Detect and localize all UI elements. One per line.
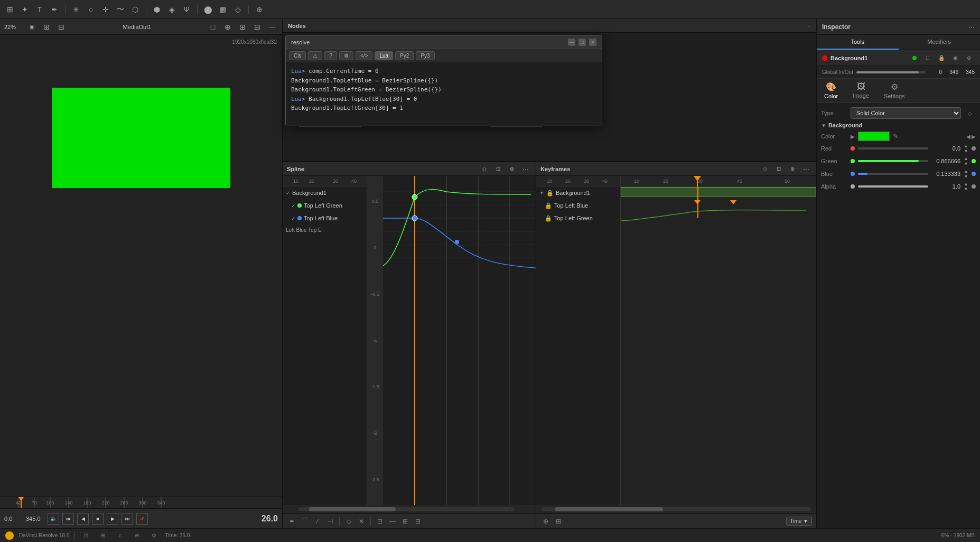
spline-tool-snap[interactable]: ⊡: [375, 516, 385, 527]
go-start-button[interactable]: ⏮: [62, 513, 74, 525]
spline-fit-icon[interactable]: ⊡: [492, 163, 504, 175]
green-down-arrow[interactable]: ▼: [964, 161, 968, 166]
wave-icon[interactable]: 〜: [115, 4, 126, 15]
time-mode-select[interactable]: Time ▼: [786, 517, 812, 526]
terminal-close-button[interactable]: ✕: [589, 39, 596, 46]
inspector-subtab-color[interactable]: 🎨 Color: [817, 79, 845, 102]
grid-icon[interactable]: ⊞: [4, 4, 16, 15]
timeline-ruler[interactable]: 40 70 100 140 180 220 260 300 340: [0, 497, 282, 508]
bg1-lock-icon[interactable]: 🔒: [546, 190, 554, 197]
node-action-2[interactable]: 🔒: [936, 52, 947, 64]
terminal-tab-lua[interactable]: Lua: [375, 51, 393, 60]
kf-timeline[interactable]: 10 20 30 40 50: [621, 176, 816, 505]
spline-more-icon[interactable]: ···: [520, 163, 531, 175]
time-start[interactable]: 0.0: [4, 516, 23, 522]
channel-red-animate[interactable]: [972, 146, 976, 151]
spline-tool-fit[interactable]: ⊟: [413, 516, 423, 527]
terminal-tab-py3[interactable]: Py3: [416, 51, 434, 60]
kf-item-top-left-blue[interactable]: 🔒 Top Left Blue: [536, 199, 620, 212]
eraser-icon[interactable]: ◈: [166, 4, 178, 15]
background-section-header[interactable]: ▼ Background: [821, 122, 976, 128]
spline-item-background1[interactable]: ✓ Background1: [283, 186, 367, 199]
global-value-out[interactable]: 346: [945, 69, 958, 75]
channel-blue-animate[interactable]: [972, 172, 976, 176]
status-icon-4[interactable]: ⊕: [131, 530, 143, 541]
stop-button[interactable]: ■: [92, 513, 104, 525]
color-prev-icon[interactable]: ◀: [966, 134, 970, 139]
spline-tool-flatten[interactable]: —: [387, 516, 398, 527]
blue-up-arrow[interactable]: ▲: [964, 169, 968, 174]
channel-alpha-animate[interactable]: [972, 184, 976, 189]
color-expand-arrow[interactable]: ▶: [851, 134, 855, 139]
spline-keyframe-icon[interactable]: ◇: [479, 163, 490, 175]
type2-icon[interactable]: Ψ: [181, 4, 192, 15]
status-icon-2[interactable]: ⊞: [97, 530, 109, 541]
inspector-menu-icon[interactable]: ···: [968, 23, 975, 31]
step-back-button[interactable]: ◀: [77, 513, 89, 525]
node-action-4[interactable]: ⊕: [963, 52, 975, 64]
camera-icon[interactable]: ⬤: [202, 4, 214, 15]
spline-tool-delete[interactable]: ✕: [356, 516, 367, 527]
terminal-tab-code[interactable]: </>: [356, 51, 372, 60]
kf-zoom-icon[interactable]: ⊕: [787, 163, 798, 175]
kf-diamond-icon[interactable]: ◇: [759, 163, 771, 175]
viewer-grid2-icon[interactable]: ⊞: [237, 21, 248, 33]
red-down-arrow[interactable]: ▼: [964, 148, 968, 154]
spline-item-top-left-blue[interactable]: ✓ Top Left Blue: [283, 212, 367, 225]
global-slider[interactable]: [856, 71, 926, 73]
brush-icon[interactable]: ✦: [19, 4, 31, 15]
spline-tool-pen[interactable]: ✒: [287, 516, 297, 527]
circle-icon[interactable]: ○: [85, 4, 97, 15]
spline-tool-smooth[interactable]: ⌒: [300, 516, 310, 527]
global-value-end[interactable]: 345: [962, 69, 975, 75]
spline-tool-keyframe[interactable]: ◇: [343, 516, 354, 527]
color-pencil-icon[interactable]: ✎: [893, 133, 898, 140]
spline-scrollbar[interactable]: [283, 505, 536, 513]
channel-red-slider[interactable]: [858, 147, 928, 149]
paint-icon[interactable]: ⬢: [151, 4, 163, 15]
color-swatch[interactable]: [858, 132, 890, 141]
viewer-fit-icon[interactable]: ▣: [26, 21, 38, 33]
play-button[interactable]: ▶: [107, 513, 118, 525]
terminal-tab-help[interactable]: ?: [324, 51, 337, 60]
kf-tool-grid[interactable]: ⊞: [553, 516, 564, 527]
diamond-icon[interactable]: ◇: [232, 4, 244, 15]
terminal-minimize-button[interactable]: —: [568, 39, 575, 46]
spline-tool-linear[interactable]: ∕: [312, 516, 323, 527]
channel-blue-value[interactable]: 0.133333: [931, 171, 960, 177]
spline-tool-normalize[interactable]: ⊞: [400, 516, 410, 527]
frame-counter[interactable]: 26.0: [262, 514, 278, 524]
status-icon-1[interactable]: ⊡: [80, 530, 92, 541]
channel-green-value[interactable]: 0.866666: [931, 158, 960, 164]
terminal-tab-py2[interactable]: Py2: [395, 51, 414, 60]
inspector-tab-tools[interactable]: Tools: [817, 35, 899, 50]
spline-zoom-icon[interactable]: ⊕: [506, 163, 518, 175]
green-up-arrow[interactable]: ▲: [964, 156, 968, 161]
terminal-tab-settings[interactable]: ⚙: [339, 51, 353, 60]
pen-icon[interactable]: ✒: [49, 4, 60, 15]
viewer-mode-icon[interactable]: ⊟: [55, 21, 67, 33]
kf-scrollbar[interactable]: [536, 505, 816, 513]
kf-fit-icon[interactable]: ⊡: [773, 163, 785, 175]
green-lock-icon[interactable]: 🔒: [545, 215, 552, 222]
channel-green-slider[interactable]: [858, 160, 928, 162]
status-icon-3[interactable]: ♫: [114, 530, 126, 541]
text-icon[interactable]: T: [34, 4, 45, 15]
volume-button[interactable]: 🔈: [48, 513, 59, 525]
time-end[interactable]: 345.0: [26, 516, 44, 522]
inspector-subtab-settings[interactable]: ⚙ Settings: [876, 79, 912, 102]
global-value-in[interactable]: 0: [929, 69, 942, 75]
type-select[interactable]: Solid Color: [851, 107, 961, 119]
effects-icon[interactable]: ⊕: [254, 4, 265, 15]
channel-alpha-value[interactable]: 1.0: [931, 183, 960, 190]
node-action-1[interactable]: □: [922, 52, 934, 64]
kf-item-top-left-green[interactable]: 🔒 Top Left Green: [536, 212, 620, 225]
spline-tool-step[interactable]: ⊣: [325, 516, 335, 527]
channel-alpha-slider[interactable]: [858, 185, 928, 188]
nodes-icon[interactable]: ⬡: [129, 4, 141, 15]
cross-icon[interactable]: ✛: [100, 4, 111, 15]
wand-icon[interactable]: ✳: [70, 4, 82, 15]
terminal-tab-cls[interactable]: Cls: [289, 51, 306, 60]
spline-canvas[interactable]: [383, 176, 536, 505]
inspector-subtab-image[interactable]: 🖼 Image: [845, 79, 876, 102]
